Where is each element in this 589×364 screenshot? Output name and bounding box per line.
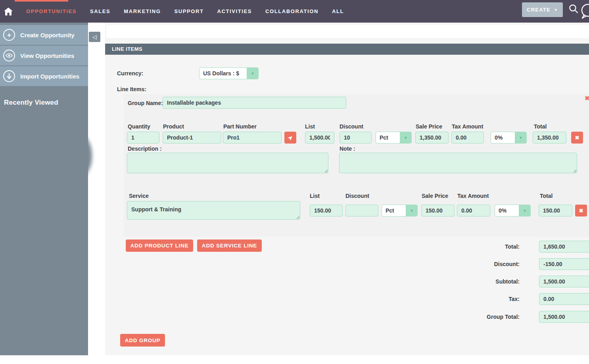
product-description-textarea[interactable] bbox=[127, 153, 328, 173]
tax-value-input[interactable] bbox=[539, 293, 589, 305]
description-label: Description : bbox=[128, 146, 162, 152]
caret-down-icon: ▼ bbox=[515, 132, 526, 143]
subtotal-value-input[interactable] bbox=[539, 276, 589, 287]
download-circle-icon bbox=[3, 70, 15, 82]
add-product-line-button[interactable]: ADD PRODUCT LINE bbox=[126, 239, 193, 252]
top-nav: OPPORTUNITIES SALES MARKETING SUPPORT AC… bbox=[0, 0, 589, 23]
col-header-part-number: Part Number bbox=[223, 123, 257, 130]
create-button[interactable]: CREATE ▼ bbox=[522, 2, 563, 17]
sidebar-item-label: Import Opportunities bbox=[20, 73, 79, 80]
product-tax-rate-select[interactable]: 0% ▼ bbox=[491, 132, 527, 144]
total-value-input[interactable] bbox=[539, 241, 589, 253]
col-header-service-discount: Discount bbox=[345, 193, 369, 199]
col-header-service-sale-price: Sale Price bbox=[422, 193, 448, 199]
app-window: OPPORTUNITIES SALES MARKETING SUPPORT AC… bbox=[0, 0, 589, 364]
close-icon: ✖ bbox=[579, 208, 583, 214]
select-arrow-icon: ➤ bbox=[287, 134, 294, 141]
plus-circle-icon: + bbox=[3, 29, 15, 41]
currency-select[interactable]: US Dollars : $ ▼ bbox=[199, 67, 259, 79]
col-header-service-total: Total bbox=[540, 193, 553, 199]
sidebar-collapse-button[interactable]: ◁ bbox=[89, 32, 100, 42]
col-header-sale-price: Sale Price bbox=[416, 123, 442, 130]
col-header-product: Product bbox=[163, 123, 184, 130]
tax-label: Tax: bbox=[456, 296, 520, 302]
subtotal-label: Subtotal: bbox=[456, 278, 520, 285]
recently-viewed-heading: Recently Viewed bbox=[0, 87, 88, 107]
note-label: Note : bbox=[340, 146, 355, 152]
sidebar-item-import-opportunities[interactable]: Import Opportunities bbox=[0, 66, 88, 86]
create-button-label: CREATE bbox=[527, 7, 551, 13]
collapse-arrow-icon: ◁ bbox=[92, 34, 97, 40]
product-list-price-input[interactable] bbox=[305, 132, 334, 144]
caret-down-icon: ▼ bbox=[554, 8, 558, 12]
add-group-button[interactable]: ADD GROUP bbox=[120, 334, 165, 347]
eye-circle-icon bbox=[3, 50, 15, 61]
product-name-input[interactable] bbox=[163, 132, 221, 144]
header-panel bbox=[106, 25, 589, 38]
sidebar-bulge bbox=[71, 136, 92, 176]
product-part-number-input[interactable] bbox=[223, 132, 282, 144]
discount-type-value: Pct bbox=[376, 132, 400, 143]
tax-rate-value: 0% bbox=[495, 205, 519, 216]
col-header-service-tax-amount: Tax Amount bbox=[457, 193, 489, 199]
profile-icon[interactable] bbox=[580, 2, 589, 21]
home-icon[interactable] bbox=[4, 8, 13, 15]
col-header-discount: Discount bbox=[340, 123, 363, 130]
close-icon: ✖ bbox=[575, 135, 579, 141]
total-label: Total: bbox=[456, 243, 520, 250]
nav-item-collaboration[interactable]: COLLABORATION bbox=[265, 8, 318, 14]
col-header-total: Total bbox=[534, 123, 547, 130]
product-discount-type-select[interactable]: Pct ▼ bbox=[376, 132, 412, 144]
col-header-service-list: List bbox=[310, 193, 320, 199]
line-items-section-header: LINE ITEMS bbox=[105, 44, 589, 55]
sidebar: + Create Opportunity View Opportunities … bbox=[0, 23, 88, 355]
currency-label: Currency: bbox=[117, 70, 143, 77]
product-discount-input[interactable] bbox=[340, 132, 372, 144]
group-total-label: Group Total: bbox=[456, 314, 520, 320]
active-tab-indicator bbox=[15, 0, 68, 2]
search-icon[interactable] bbox=[568, 4, 579, 15]
sidebar-item-label: Create Opportunity bbox=[20, 32, 75, 38]
add-service-line-button[interactable]: ADD SERVICE LINE bbox=[197, 239, 262, 252]
caret-down-icon: ▼ bbox=[406, 205, 417, 216]
group-name-label: Group Name: bbox=[128, 100, 163, 106]
product-note-textarea[interactable] bbox=[339, 153, 577, 173]
sidebar-item-view-opportunities[interactable]: View Opportunities bbox=[0, 46, 88, 65]
group-name-input[interactable] bbox=[163, 97, 346, 109]
discount-total-label: Discount: bbox=[456, 261, 520, 267]
col-header-list: List bbox=[305, 123, 315, 130]
discount-type-value: Pct bbox=[382, 205, 406, 216]
service-tax-amount-input[interactable] bbox=[457, 205, 490, 216]
caret-down-icon: ▼ bbox=[519, 205, 530, 216]
service-list-price-input[interactable] bbox=[310, 205, 343, 216]
delete-service-line-button[interactable]: ✖ bbox=[575, 205, 587, 216]
delete-product-line-button[interactable]: ✖ bbox=[571, 132, 583, 144]
service-total-input[interactable] bbox=[539, 205, 572, 216]
nav-item-opportunities[interactable]: OPPORTUNITIES bbox=[26, 8, 77, 14]
product-sale-price-input[interactable] bbox=[415, 132, 449, 144]
col-header-quantity: Quantity bbox=[128, 123, 150, 130]
product-quantity-input[interactable] bbox=[127, 132, 159, 144]
currency-select-value: US Dollars : $ bbox=[200, 68, 247, 79]
nav-item-sales[interactable]: SALES bbox=[90, 8, 110, 14]
nav-item-marketing[interactable]: MARKETING bbox=[124, 8, 161, 14]
line-items-label: Line Items: bbox=[117, 86, 146, 92]
product-tax-amount-input[interactable] bbox=[451, 132, 484, 144]
service-tax-rate-select[interactable]: 0% ▼ bbox=[495, 205, 531, 216]
service-discount-type-select[interactable]: Pct ▼ bbox=[382, 205, 418, 216]
sidebar-item-create-opportunity[interactable]: + Create Opportunity bbox=[0, 25, 88, 45]
col-header-service: Service bbox=[129, 193, 149, 199]
service-discount-input[interactable] bbox=[345, 205, 378, 216]
group-close-icon[interactable]: ✖ bbox=[585, 95, 589, 102]
select-product-button[interactable]: ➤ bbox=[284, 132, 296, 144]
group-total-value-input[interactable] bbox=[539, 311, 589, 323]
service-sale-price-input[interactable] bbox=[421, 205, 455, 216]
product-total-input[interactable] bbox=[533, 132, 566, 144]
tax-rate-value: 0% bbox=[491, 132, 515, 143]
nav-item-activities[interactable]: ACTIVITIES bbox=[217, 8, 252, 14]
sidebar-item-label: View Opportunities bbox=[20, 52, 74, 59]
discount-total-input[interactable] bbox=[539, 258, 589, 270]
nav-item-support[interactable]: SUPPORT bbox=[174, 8, 203, 14]
service-description-textarea[interactable]: Support & Training bbox=[127, 201, 300, 220]
nav-item-all[interactable]: ALL bbox=[332, 8, 344, 14]
